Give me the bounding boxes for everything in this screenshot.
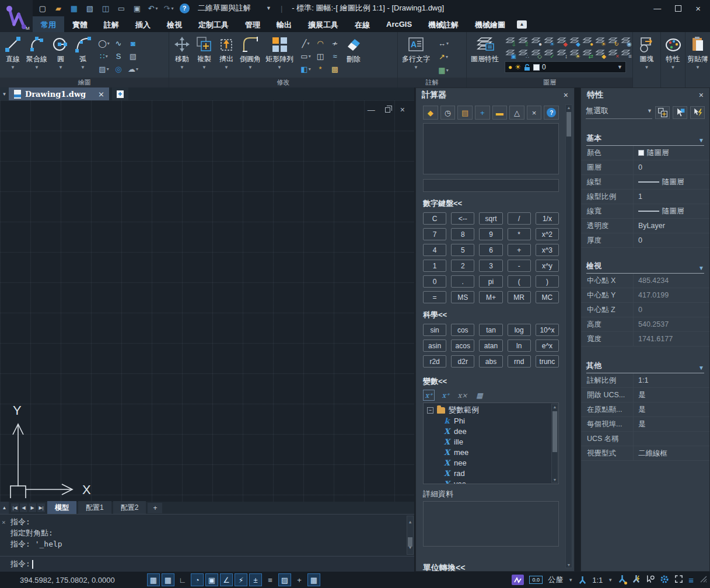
erase-button[interactable]: 刪除 xyxy=(342,33,365,64)
layer-isolate-icon[interactable]: ▣ xyxy=(505,48,516,59)
mirror-icon[interactable]: ◧▾ xyxy=(299,64,312,74)
calc-key[interactable]: 0 xyxy=(423,275,446,288)
layer-tag-icon[interactable]: ◆ xyxy=(594,48,606,59)
scroll-down-icon[interactable]: ▼ xyxy=(407,542,413,554)
ellipse-icon[interactable]: ◯▾ xyxy=(97,38,110,48)
delete-variable-icon[interactable]: x× xyxy=(457,390,468,401)
ribbon-tab[interactable]: 擴展工具 xyxy=(300,16,347,32)
calc-key[interactable]: ) xyxy=(536,275,559,288)
variable-row[interactable]: X nee xyxy=(427,457,550,468)
property-row[interactable]: UCS 名稱 xyxy=(581,432,709,446)
property-row[interactable]: 厚度 0 xyxy=(581,233,709,248)
document-close-icon[interactable]: × xyxy=(98,90,104,99)
calc-key[interactable]: 7 xyxy=(423,228,446,240)
scientific-section-header[interactable]: 科學<< xyxy=(423,310,559,320)
calc-key[interactable]: pi xyxy=(479,275,502,288)
calc-key[interactable]: 1/x xyxy=(536,212,559,225)
point-icon[interactable]: ∷▾ xyxy=(97,51,110,61)
scroll-up-icon[interactable]: ▲ xyxy=(552,405,558,409)
unit-format-icon[interactable]: 0.0 xyxy=(529,576,543,584)
calculator-scrollbar[interactable]: ▲ ▼ xyxy=(565,104,572,568)
variables-section-header[interactable]: 變數<< xyxy=(423,376,559,387)
calc-sci-key[interactable]: cos xyxy=(451,324,474,336)
offset-icon[interactable]: ◠▾ xyxy=(314,38,327,48)
property-row[interactable]: 每個視埠... 是 xyxy=(581,417,709,432)
revision-cloud-icon[interactable]: ☁▾ xyxy=(127,64,139,74)
properties-panel-button[interactable]: 特性▼ xyxy=(662,33,684,70)
quick-select-icon[interactable] xyxy=(690,106,705,119)
layer-match-icon[interactable]: ✓ xyxy=(543,48,555,59)
minimize-button[interactable]: — xyxy=(653,4,661,13)
rectangular-array-button[interactable]: 矩形陣列▼ xyxy=(263,33,296,70)
coordinates-readout[interactable]: 394.5982, 175.0802, 0.0000 xyxy=(20,576,144,584)
ortho-mode-icon[interactable]: ∟ xyxy=(176,573,189,586)
drawing-canvas[interactable]: — × Y X xyxy=(0,100,414,502)
chevron-down-icon[interactable]: ▼ xyxy=(568,578,573,583)
numpad-section-header[interactable]: 數字鍵盤<< xyxy=(423,198,559,209)
command-history[interactable]: × 指令:指定對角點:指令: '_help ▲ ▼ xyxy=(0,514,414,556)
calc-key[interactable]: = xyxy=(423,291,446,303)
model-space-icon[interactable] xyxy=(512,575,524,585)
property-row[interactable]: 中心點 X 485.4234 xyxy=(581,274,709,288)
revision-line-icon[interactable]: ∿▾ xyxy=(112,38,125,48)
publish-icon[interactable]: ◫▾ xyxy=(100,2,111,14)
scroll-up-icon[interactable]: ▲ xyxy=(566,106,572,110)
variable-folder-row[interactable]: − 變數範例 xyxy=(427,405,550,415)
layer-state-down-icon[interactable]: ⇩ xyxy=(505,36,516,47)
ribbon-tab[interactable]: 在線 xyxy=(347,16,378,32)
change-to-current-layer-icon[interactable]: ↕ xyxy=(556,48,568,59)
donut-icon[interactable]: ◎▾ xyxy=(112,64,125,74)
property-row[interactable]: 中心點 Y 417.0199 xyxy=(581,288,709,303)
calc-key[interactable]: x^y xyxy=(536,260,559,272)
document-tab[interactable]: Drawing1.dwg × xyxy=(9,88,109,100)
explode-icon[interactable]: *▾ xyxy=(314,64,327,74)
calc-sci-key[interactable]: d2r xyxy=(451,355,474,368)
spline-edit-icon[interactable]: ≈▾ xyxy=(328,51,341,61)
scroll-up-icon[interactable]: ▲ xyxy=(407,517,413,528)
copy-to-new-layer-icon[interactable]: ☀ xyxy=(569,48,580,59)
frame-capture-icon[interactable]: ▣▾ xyxy=(132,2,142,14)
layer-previous-icon[interactable]: ≡ xyxy=(620,48,632,59)
hatch-edit-icon[interactable]: ▩▾ xyxy=(328,64,341,74)
calc-key[interactable]: + xyxy=(508,244,531,256)
calc-sci-key[interactable]: sin xyxy=(423,324,446,336)
new-variable-icon[interactable]: x⁺ xyxy=(423,390,435,401)
dynamic-input-icon[interactable]: ⚡ xyxy=(235,573,247,586)
variable-row[interactable]: X mee xyxy=(427,447,550,457)
calc-key[interactable]: 1 xyxy=(423,260,446,272)
selection-cycling-icon[interactable]: + xyxy=(293,573,306,586)
layer-merge-icon[interactable]: ⇄ xyxy=(582,48,593,59)
calc-key[interactable]: M+ xyxy=(479,291,502,303)
workspace-switcher[interactable]: 二維草圖與註解 ▼ xyxy=(198,3,271,13)
calculator-help-icon[interactable]: ? xyxy=(544,106,559,120)
calc-sci-key[interactable]: 10^x xyxy=(536,324,559,336)
section-view-header[interactable]: 檢視▼ xyxy=(586,261,704,274)
first-layout-button[interactable]: |◀ xyxy=(11,503,19,512)
layer-unisolate-icon[interactable]: ◇ xyxy=(530,48,542,59)
layer-visibility-icon[interactable]: ◉ xyxy=(620,36,632,47)
spline-icon[interactable]: S▾ xyxy=(112,51,125,61)
open-folder-icon[interactable]: ▰▾ xyxy=(53,2,64,14)
angle-of-line-icon[interactable]: △ xyxy=(509,106,524,120)
pickadd-toggle-icon[interactable] xyxy=(655,106,670,119)
get-coordinates-icon[interactable]: + xyxy=(475,106,490,120)
calc-sci-key[interactable]: r2d xyxy=(423,355,446,368)
ribbon-tab[interactable]: ArcGIS xyxy=(378,16,420,32)
layer-lock-icon[interactable]: ◆ xyxy=(556,36,568,47)
calc-sci-key[interactable]: log xyxy=(508,324,531,336)
calc-key[interactable]: * xyxy=(508,228,531,240)
save-as-icon[interactable]: ▧▾ xyxy=(85,2,95,14)
clipboard-panel-button[interactable]: 剪貼簿▼ xyxy=(685,33,710,70)
copy-button[interactable]: 複製▼ xyxy=(193,33,215,70)
table-icon[interactable]: ▦▾ xyxy=(437,65,450,75)
calc-key[interactable]: MC xyxy=(536,291,559,303)
wipeout-icon[interactable]: ▧▾ xyxy=(127,51,139,61)
settings-gear-icon[interactable] xyxy=(660,575,669,586)
calc-sci-key[interactable]: rnd xyxy=(508,355,531,368)
property-row[interactable]: 線型比例 1 xyxy=(581,190,709,204)
print-icon[interactable]: ▭▾ xyxy=(116,2,127,14)
leader-icon[interactable]: ↗▾ xyxy=(437,51,450,62)
snap-mode-icon[interactable]: ▦ xyxy=(162,573,174,586)
ribbon-tab[interactable]: 常用 xyxy=(33,16,64,32)
property-row[interactable]: 註解比例 1:1 xyxy=(581,373,709,388)
